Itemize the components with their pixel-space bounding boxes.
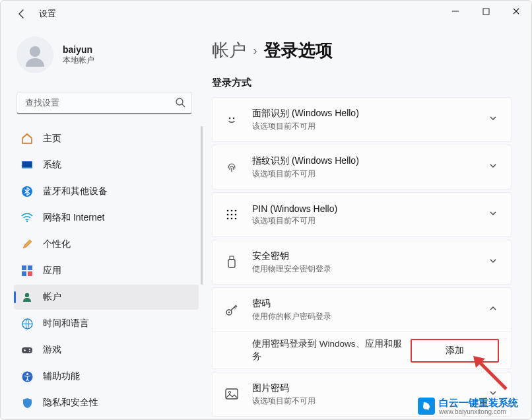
sidebar-item-bluetooth[interactable]: 蓝牙和其他设备 [14,179,199,204]
sidebar-item-accessibility[interactable]: 辅助功能 [14,364,199,389]
sidebar-item-label: 帐户 [43,291,61,303]
sidebar-item-label: 隐私和安全性 [43,397,98,409]
sidebar: baiyun 本地帐户 主页 系统 [1,27,205,419]
sidebar-item-system[interactable]: 系统 [14,153,199,178]
sidebar-item-label: 系统 [43,159,61,171]
svg-point-36 [228,391,230,393]
option-password-row[interactable]: 密码 使用你的帐户密码登录 [213,288,511,332]
keypad-icon [224,207,239,222]
option-password: 密码 使用你的帐户密码登录 使用密码登录到 Windows、应用和服务 添加 [212,287,512,369]
svg-rect-10 [28,265,32,270]
svg-point-16 [29,349,30,350]
chevron-down-icon [488,209,499,221]
sidebar-item-personalization[interactable]: 个性化 [14,232,199,257]
sidebar-item-apps[interactable]: 应用 [14,258,199,283]
home-icon [20,132,34,145]
svg-point-8 [26,221,28,222]
maximize-button[interactable] [471,1,501,22]
gamepad-icon [20,343,34,357]
key-icon [224,302,239,317]
back-button[interactable] [14,6,30,22]
sidebar-item-label: 辅助功能 [43,370,80,382]
bluetooth-icon [20,185,34,198]
svg-rect-35 [226,389,238,399]
option-fingerprint: 指纹识别 (Windows Hello) 该选项目前不可用 [212,145,512,190]
svg-point-17 [29,351,30,352]
window-controls [440,1,531,22]
sidebar-item-label: 游戏 [43,344,61,356]
option-sub: 该选项目前不可用 [252,215,488,227]
option-pin-row[interactable]: PIN (Windows Hello) 该选项目前不可用 [213,193,511,236]
sidebar-item-label: 主页 [43,133,61,145]
arrow-left-icon [17,9,27,19]
svg-rect-31 [230,256,234,260]
sidebar-item-accounts[interactable]: 帐户 [14,285,199,310]
svg-point-13 [25,293,29,297]
chevron-down-icon [488,161,499,173]
window-title: 设置 [39,8,56,20]
apps-icon [20,264,34,277]
svg-point-30 [235,218,237,220]
option-sub: 该选项目前不可用 [252,121,488,132]
fingerprint-icon [224,160,239,174]
svg-point-19 [26,372,28,374]
svg-rect-15 [22,347,32,353]
option-title: 面部识别 (Windows Hello) [252,108,488,120]
option-sub: 使用你的帐户密码登录 [252,311,488,322]
globe-icon [20,317,34,330]
usb-key-icon [224,255,239,269]
svg-rect-6 [22,162,32,167]
section-title: 登录方式 [212,77,512,89]
option-title: 密码 [252,298,488,310]
svg-point-2 [30,46,40,57]
person-icon [20,291,34,304]
signin-options: 面部识别 (Windows Hello) 该选项目前不可用 指纹识别 (Wind… [212,97,512,417]
chevron-down-icon [488,114,499,125]
svg-rect-1 [483,9,489,15]
page-title: 登录选项 [264,39,333,62]
svg-point-23 [231,210,233,212]
user-block[interactable]: baiyun 本地帐户 [14,36,205,73]
search-input[interactable] [17,92,192,114]
brush-icon [20,238,34,251]
option-security-key-row[interactable]: 安全密钥 使用物理安全密钥登录 [213,240,511,284]
user-name: baiyun [63,44,94,55]
chevron-down-icon [488,256,499,268]
add-password-button[interactable]: 添加 [411,339,499,363]
svg-point-20 [229,118,231,120]
svg-point-21 [233,118,235,120]
svg-point-22 [227,210,229,212]
svg-rect-9 [22,265,26,270]
svg-point-25 [227,214,229,216]
svg-point-3 [176,98,183,105]
option-password-subrow: 使用密码登录到 Windows、应用和服务 添加 [213,332,511,368]
svg-point-28 [227,218,229,220]
sidebar-item-home[interactable]: 主页 [14,126,199,151]
watermark: 白云一键重装系统 www.baiyunxitong.com [418,397,518,415]
scrollbar[interactable] [201,126,203,285]
search-icon [175,97,185,110]
sidebar-item-time[interactable]: 时间和语言 [14,311,199,336]
titlebar: 设置 [1,1,531,27]
search-wrap [17,92,192,114]
face-icon [224,112,239,127]
breadcrumb: 帐户 › 登录选项 [212,39,512,62]
svg-rect-32 [228,260,235,267]
option-face-row[interactable]: 面部识别 (Windows Hello) 该选项目前不可用 [213,98,511,141]
option-sub: 该选项目前不可用 [252,168,488,180]
minimize-button[interactable] [440,1,471,22]
password-subtext: 使用密码登录到 Windows、应用和服务 [252,338,411,363]
sidebar-item-network[interactable]: 网络和 Internet [14,205,199,230]
sidebar-item-gaming[interactable]: 游戏 [14,337,199,363]
content: 帐户 › 登录选项 登录方式 面部识别 (Windows Hello) 该选项目… [205,27,531,419]
sidebar-item-label: 网络和 Internet [43,212,104,224]
breadcrumb-parent[interactable]: 帐户 [212,39,246,62]
user-type: 本地帐户 [63,55,94,66]
sidebar-item-privacy[interactable]: 隐私和安全性 [14,390,199,410]
shield-icon [20,396,34,409]
chevron-right-icon: › [253,43,257,58]
option-fingerprint-row[interactable]: 指纹识别 (Windows Hello) 该选项目前不可用 [213,145,511,189]
close-button[interactable] [501,1,531,22]
svg-point-26 [231,214,233,216]
sidebar-item-label: 蓝牙和其他设备 [43,186,108,197]
